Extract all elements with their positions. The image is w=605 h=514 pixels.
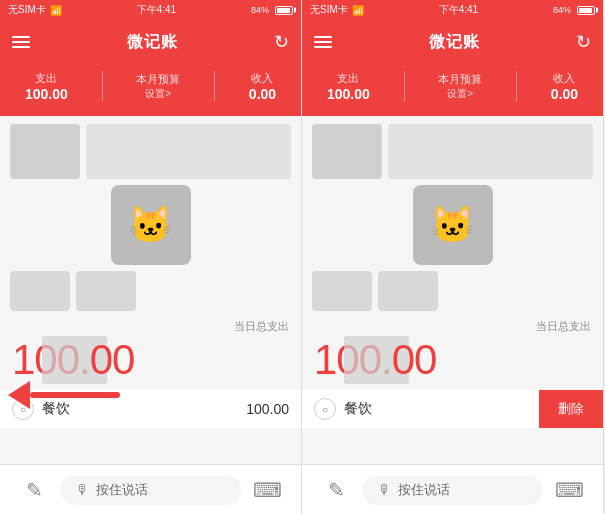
hamburger-icon-right[interactable] [314, 36, 332, 48]
blur-bot-item2 [76, 271, 136, 311]
income-label-left: 收入 [251, 71, 273, 86]
budget-item-left: 本月预算 设置> [136, 72, 180, 101]
blur-bot-right [312, 271, 593, 311]
tx-label-right: 餐饮 [344, 400, 556, 418]
amount-decimals-right: 00 [392, 336, 437, 384]
status-right-right: 84% [553, 5, 595, 15]
divider2-left [214, 71, 215, 101]
delete-button[interactable]: 删除 [539, 390, 603, 428]
blur-bot-item1 [10, 271, 70, 311]
divider2-right [516, 71, 517, 101]
expense-label-left: 支出 [35, 71, 57, 86]
delete-label: 删除 [558, 400, 584, 418]
income-item-right: 收入 0.00 [551, 71, 578, 102]
mic-button-left[interactable]: 🎙 按住说话 [60, 475, 241, 505]
expense-value-left: 100.00 [25, 86, 68, 102]
phone-panel-right: 无SIM卡 📶 下午4:41 84% 微记账 ↻ 支出 100.00 本月预算 … [302, 0, 604, 514]
blur-bot-item4 [378, 271, 438, 311]
income-item-left: 收入 0.00 [249, 71, 276, 102]
blur-bot-item3 [312, 271, 372, 311]
app-title-right: 微记账 [429, 32, 480, 53]
refresh-icon-left[interactable]: ↻ [274, 31, 289, 53]
battery-icon-right [577, 6, 595, 15]
keyboard-icon-left[interactable]: ⌨ [249, 472, 285, 508]
app-header-left: 微记账 ↻ [0, 20, 301, 64]
mic-button-right[interactable]: 🎙 按住说话 [362, 475, 543, 505]
battery-icon-left [275, 6, 293, 15]
mic-icon-right: 🎙 [378, 482, 392, 498]
status-bar-left: 无SIM卡 📶 下午4:41 84% [0, 0, 301, 20]
blur-mid-left: 🐱 [111, 185, 191, 265]
divider1-right [404, 71, 405, 101]
edit-icon-right[interactable]: ✎ [318, 472, 354, 508]
budget-sub-left[interactable]: 设置> [145, 87, 171, 101]
amount-display-right: 100. 00 [302, 334, 603, 386]
mic-label-left: 按住说话 [96, 481, 148, 499]
amount-overlay-left: 100. 00 [12, 336, 134, 384]
blur-mid-right: 🐱 [413, 185, 493, 265]
tx-icon-right: ○ [314, 398, 336, 420]
blur-top-right [312, 124, 593, 179]
bottom-toolbar-right: ✎ 🎙 按住说话 ⌨ [302, 464, 603, 514]
budget-label-right: 本月预算 [438, 72, 482, 87]
transaction-row-right[interactable]: ○ 餐饮 100.0 删除 [302, 390, 603, 428]
mic-label-right: 按住说话 [398, 481, 450, 499]
app-title-left: 微记账 [127, 32, 178, 53]
content-left: 🐱 当日总支出 100. 00 ○ 餐饮 100.00 [0, 116, 301, 464]
blur-card-tr [86, 124, 291, 179]
mic-icon-left: 🎙 [76, 482, 90, 498]
status-bar-right: 无SIM卡 📶 下午4:41 84% [302, 0, 603, 20]
divider1-left [102, 71, 103, 101]
status-right-left: 84% [251, 5, 293, 15]
keyboard-icon-right[interactable]: ⌨ [551, 472, 587, 508]
bottom-toolbar-left: ✎ 🎙 按住说话 ⌨ [0, 464, 301, 514]
time-left: 下午4:41 [137, 3, 176, 17]
budget-item-right: 本月预算 设置> [438, 72, 482, 101]
income-value-right: 0.00 [551, 86, 578, 102]
carrier-left: 无SIM卡 [8, 3, 46, 17]
blur-card-trr [388, 124, 593, 179]
arrow-head-left [8, 381, 30, 409]
battery-pct-right: 84% [553, 5, 571, 15]
arrow-left [8, 381, 120, 409]
carrier-right: 无SIM卡 [310, 3, 348, 17]
blur-top-left [10, 124, 291, 179]
time-right: 下午4:41 [439, 3, 478, 17]
expense-label-right: 支出 [337, 71, 359, 86]
total-label-right: 当日总支出 [302, 315, 603, 334]
summary-bar-left: 支出 100.00 本月预算 设置> 收入 0.00 [0, 64, 301, 116]
status-left-left: 无SIM卡 📶 [8, 3, 62, 17]
wifi-icon-left: 📶 [50, 5, 62, 16]
status-left-right: 无SIM卡 📶 [310, 3, 364, 17]
budget-label-left: 本月预算 [136, 72, 180, 87]
hamburger-icon-left[interactable] [12, 36, 30, 48]
blur-card-trl [312, 124, 382, 179]
summary-bar-right: 支出 100.00 本月预算 设置> 收入 0.00 [302, 64, 603, 116]
phone-panel-left: 无SIM卡 📶 下午4:41 84% 微记账 ↻ 支出 100.00 本月预算 … [0, 0, 302, 514]
expense-item-right: 支出 100.00 [327, 71, 370, 102]
wifi-icon-right: 📶 [352, 5, 364, 16]
blur-bot-left [10, 271, 291, 311]
expense-item-left: 支出 100.00 [25, 71, 68, 102]
app-header-right: 微记账 ↻ [302, 20, 603, 64]
budget-sub-right[interactable]: 设置> [447, 87, 473, 101]
blur-card-tl [10, 124, 80, 179]
amount-decimals-left: 00 [90, 336, 135, 384]
content-right: 🐱 当日总支出 100. 00 ○ 餐饮 100.0 删除 [302, 116, 603, 464]
amount-display-left: 100. 00 [0, 334, 301, 386]
income-value-left: 0.00 [249, 86, 276, 102]
tx-amount-left: 100.00 [246, 401, 289, 417]
amount-overlay-right: 100. 00 [314, 336, 436, 384]
arrow-shaft-left [30, 392, 120, 398]
expense-value-right: 100.00 [327, 86, 370, 102]
refresh-icon-right[interactable]: ↻ [576, 31, 591, 53]
total-label-left: 当日总支出 [0, 315, 301, 334]
battery-pct-left: 84% [251, 5, 269, 15]
edit-icon-left[interactable]: ✎ [16, 472, 52, 508]
income-label-right: 收入 [553, 71, 575, 86]
